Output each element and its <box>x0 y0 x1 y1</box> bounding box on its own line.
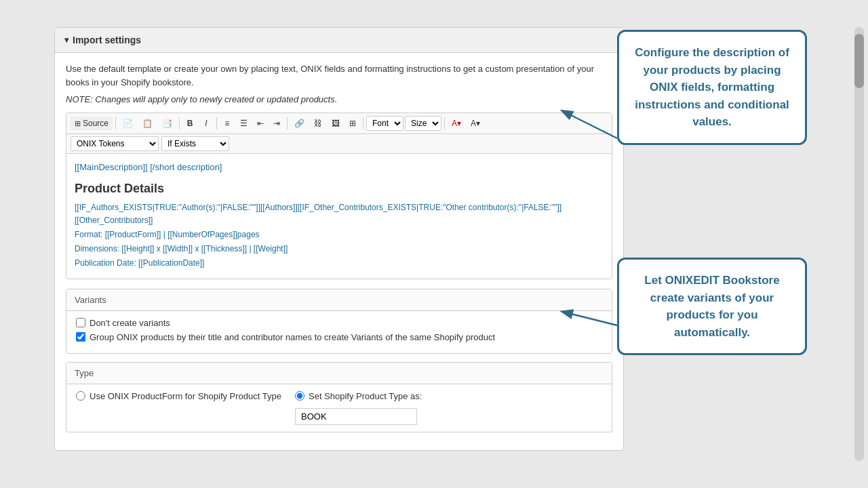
type-option2-group: Set Shopify Product Type as: <box>295 391 422 425</box>
list-ol-btn[interactable]: ≡ <box>220 117 235 130</box>
source-button[interactable]: ⊞ Source <box>71 117 113 130</box>
type-option1-radio[interactable] <box>76 391 85 401</box>
variant-option1-label[interactable]: Don't create variants <box>90 318 170 328</box>
divider2 <box>179 117 180 129</box>
font-color-btn[interactable]: A▾ <box>448 117 465 130</box>
bold-btn[interactable]: B <box>182 117 197 130</box>
list-ul-btn[interactable]: ☰ <box>236 117 252 130</box>
editor-line3: Format: [[ProductForm]] | [[NumberOfPage… <box>75 228 604 241</box>
editor-container: ⊞ Source 📄 📋 📑 B I ≡ ☰ ⇤ ⇥ 🔗 <box>66 113 612 279</box>
variant-option2-checkbox[interactable] <box>76 332 85 342</box>
intro-note: NOTE: Changes will apply only to newly c… <box>66 94 612 104</box>
divider4 <box>287 117 288 129</box>
link-btn[interactable]: 🔗 <box>290 117 309 130</box>
section-title: Import settings <box>73 35 141 45</box>
type-header: Type <box>66 363 612 384</box>
indent-right-btn[interactable]: ⇥ <box>269 117 284 130</box>
editor-line2: [[IF_Authors_EXISTS|TRUE:"Author(s):"|FA… <box>75 201 604 227</box>
source-icon: ⊞ <box>75 119 81 128</box>
page-scrollbar[interactable] <box>854 27 864 461</box>
image-btn[interactable]: 🖼 <box>328 117 344 130</box>
toolbar-paste-btn[interactable]: 📑 <box>158 117 176 130</box>
variants-header: Variants <box>66 289 612 311</box>
unlink-btn[interactable]: ⛓ <box>310 117 326 130</box>
italic-btn[interactable]: I <box>199 117 214 130</box>
divider1 <box>115 117 116 129</box>
type-option2-radio[interactable] <box>295 391 304 401</box>
if-exists-select[interactable]: If Exists <box>161 136 229 151</box>
editor-heading: Product Details <box>75 179 604 199</box>
variants-title: Variants <box>75 295 106 305</box>
main-container: Import settings Use the default template… <box>54 27 624 451</box>
tooltip-bubble-1: Configure the description of your produc… <box>617 30 807 145</box>
type-body: Use ONIX ProductForm for Shopify Product… <box>66 384 612 432</box>
size-select[interactable]: Size <box>405 116 441 131</box>
editor-line4: Dimensions: [[Height]] x [[Width]] x [[T… <box>75 243 604 256</box>
sections-wrapper: Use the default template or create your … <box>55 53 623 450</box>
section-header[interactable]: Import settings <box>55 28 623 53</box>
type-option2-row: Set Shopify Product Type as: <box>295 391 422 401</box>
type-title: Type <box>75 368 94 378</box>
divider3 <box>216 117 217 129</box>
variant-option1-checkbox[interactable] <box>76 318 85 327</box>
toolbar-doc-btn[interactable]: 📄 <box>119 117 137 130</box>
section-body: Use the default template or create your … <box>55 53 623 289</box>
tooltip2-text: Let ONIXEDIT Bookstore create variants o… <box>644 274 779 339</box>
variant-option2-row: Group ONIX products by their title and c… <box>76 332 602 342</box>
bg-color-btn[interactable]: A▾ <box>467 117 484 130</box>
intro-text: Use the default template or create your … <box>66 62 612 89</box>
toolbar-copy-btn[interactable]: 📋 <box>138 117 157 130</box>
tooltip1-text: Configure the description of your produc… <box>635 46 789 128</box>
editor-content[interactable]: [[MainDescription]] [/short description]… <box>66 154 612 279</box>
source-label: Source <box>83 119 108 128</box>
font-select[interactable]: Font <box>366 116 403 131</box>
scrollbar-thumb <box>854 34 864 88</box>
tooltip-bubble-2: Let ONIXEDIT Bookstore create variants o… <box>617 258 807 355</box>
onix-tokens-select[interactable]: ONIX Tokens <box>71 136 159 151</box>
type-input[interactable] <box>295 408 417 425</box>
type-section: Type Use ONIX ProductForm for Shopify Pr… <box>66 362 612 432</box>
type-option2-label[interactable]: Set Shopify Product Type as: <box>309 391 422 401</box>
editor-line1: [[MainDescription]] [/short description] <box>75 161 604 175</box>
variants-body: Don't create variants Group ONIX product… <box>66 311 612 353</box>
toolbar-row2: ONIX Tokens If Exists <box>66 134 612 154</box>
type-option1-row: Use ONIX ProductForm for Shopify Product… <box>76 391 281 401</box>
indent-left-btn[interactable]: ⇤ <box>253 117 268 130</box>
type-option1-label[interactable]: Use ONIX ProductForm for Shopify Product… <box>90 391 281 401</box>
divider5 <box>363 117 363 129</box>
divider6 <box>444 117 445 129</box>
table-btn[interactable]: ⊞ <box>345 117 360 130</box>
variant-option2-label[interactable]: Group ONIX products by their title and c… <box>90 332 495 342</box>
toolbar-row1: ⊞ Source 📄 📋 📑 B I ≡ ☰ ⇤ ⇥ 🔗 <box>66 113 612 134</box>
variant-option1-row: Don't create variants <box>76 318 602 328</box>
variants-section: Variants Don't create variants Group ONI… <box>66 289 612 354</box>
editor-line5: Publication Date: [[PublicationDate]] <box>75 257 604 270</box>
